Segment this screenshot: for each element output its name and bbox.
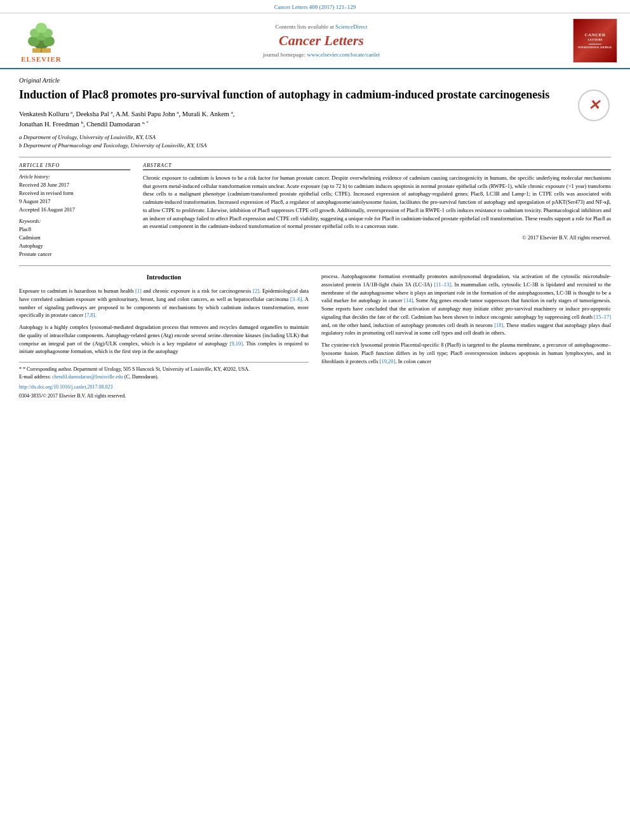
doi-line[interactable]: http://dx.doi.org/10.1016/j.canlet.2017.… [19,383,309,391]
journal-ref-text: Cancer Letters 408 (2017) 121–129 [274,4,356,10]
sciencedirect-label: Contents lists available at [276,23,334,30]
elsevier-tree-icon [21,19,62,54]
article-info-header: ARTICLE INFO [19,163,130,170]
divider-2 [19,265,611,266]
body-section: Introduction Exposure to cadmium is haza… [19,272,611,400]
divider-1 [19,157,611,157]
body-p4: The cysteine-rich lysosomal protein Plac… [321,341,611,365]
journal-reference: Cancer Letters 408 (2017) 121–129 [0,0,630,13]
body-col-right: process. Autophagosome formation eventua… [321,272,611,400]
intro-p2: Autophagy is a highly complex lysosomal-… [19,323,309,356]
crossmark-circle: ✕ [578,90,610,121]
keyword-3: Autophagy [19,243,130,250]
issn-line: 0304-3835/© 2017 Elsevier B.V. All right… [19,392,309,400]
article-title: Induction of Plac8 promotes pro-survival… [19,88,611,102]
keyword-2: Cadmium [19,234,130,242]
email-address[interactable]: chendil.damodaran@louisville.edu [52,374,123,380]
keywords-label: Keywords: [19,218,130,224]
affiliations: a Department of Urology, University of L… [19,133,611,150]
body-p3: process. Autophagosome formation eventua… [321,272,611,337]
journal-homepage: journal homepage: www.elsevier.com/locat… [70,51,573,58]
abstract-header: ABSTRACT [143,163,611,170]
crossmark-icon: ✕ [588,97,600,114]
journal-header: ELSEVIER Contents lists available at Sci… [0,13,630,69]
authors-text: Venkatesh Kolluru a, Deeksha Pal a, A.M.… [19,110,234,117]
email-label: E-mail address: [19,374,51,380]
email-note: E-mail address: chendil.damodaran@louisv… [19,373,309,381]
body-col-left: Introduction Exposure to cadmium is haza… [19,272,309,400]
abstract-column: ABSTRACT Chronic exposure to cadmium is … [143,163,611,259]
cancer-letters-logo: CANCER LETTERS INTERNATIONAL JOURNAL [573,18,617,63]
homepage-label: journal homepage: [263,51,305,58]
svg-point-7 [36,23,47,33]
journal-title: Cancer Letters [70,32,573,49]
email-suffix: (C. Damodaran). [124,374,159,380]
journal-center: Contents lists available at ScienceDirec… [70,23,573,58]
abstract-text: Chronic exposure to cadmium is known to … [143,174,611,230]
doi-text: http://dx.doi.org/10.1016/j.canlet.2017.… [19,384,113,390]
affiliation-b: b Department of Pharmacology and Toxicol… [19,142,611,150]
title-section: Induction of Plac8 promotes pro-survival… [19,88,611,102]
copyright: © 2017 Elsevier B.V. All rights reserved… [143,234,611,241]
article-info-column: ARTICLE INFO Article history: Received 2… [19,163,130,259]
introduction-title: Introduction [19,272,309,282]
accepted-date: Accepted 16 August 2017 [19,206,130,214]
intro-p1: Exposure to cadmium is hazardous to huma… [19,287,309,319]
elsevier-logo: ELSEVIER [13,19,70,63]
crossmark-badge[interactable]: ✕ [576,88,611,123]
revised-date: 9 August 2017 [19,198,130,206]
history-label: Article history: [19,174,130,180]
article-type: Original Article [19,77,611,84]
authors-text-2: Jonathan H. Freedman b, Chendil Damodara… [19,121,149,128]
authors: Venkatesh Kolluru a, Deeksha Pal a, A.M.… [19,109,611,130]
corresponding-note: * * Corresponding author. Department of … [19,366,309,373]
keyword-4: Prostate cancer [19,251,130,258]
corresponding-text: * Corresponding author. Department of Ur… [23,366,250,372]
article-body: Original Article Induction of Plac8 prom… [0,69,630,413]
affiliation-a: a Department of Urology, University of L… [19,133,611,142]
elsevier-text: ELSEVIER [21,55,62,63]
homepage-url[interactable]: www.elsevier.com/locate/canlet [307,51,380,58]
keyword-1: Plac8 [19,226,130,234]
sciencedirect-link[interactable]: ScienceDirect [335,23,367,30]
info-abstract-section: ARTICLE INFO Article history: Received 2… [19,163,611,259]
sciencedirect-line: Contents lists available at ScienceDirec… [70,23,573,30]
footnotes: * * Corresponding author. Department of … [19,362,309,400]
received-revised-label: Received in revised form [19,190,130,197]
keywords-section: Keywords: Plac8 Cadmium Autophagy Prosta… [19,218,130,258]
received-date: Received 28 June 2017 [19,182,130,189]
